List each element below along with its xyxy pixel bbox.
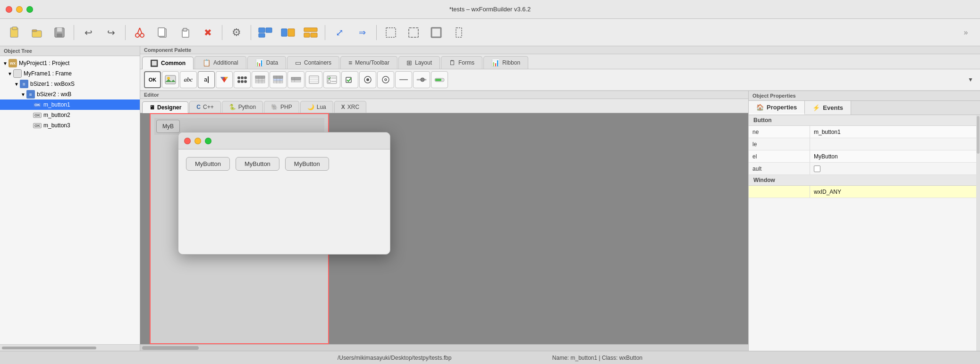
props-val-name[interactable]: m_button1 bbox=[810, 126, 980, 138]
default-checkbox[interactable] bbox=[814, 165, 820, 172]
settings-button[interactable]: ⚙ bbox=[226, 22, 247, 43]
tab-events[interactable]: ⚡ Events bbox=[805, 101, 851, 115]
delete-button[interactable]: ✖ bbox=[197, 22, 218, 43]
svg-point-32 bbox=[237, 76, 240, 79]
palette-checklistbox-icon[interactable] bbox=[323, 71, 340, 88]
dialog-button-1[interactable]: MyButton bbox=[186, 157, 230, 171]
props-val-id[interactable]: wxID_ANY bbox=[810, 186, 980, 198]
border-btn-1[interactable] bbox=[380, 22, 401, 43]
palette-static-text-icon[interactable]: abc bbox=[180, 71, 197, 88]
tree-item-sizer2[interactable]: ▼ ≡ bSizer2 : wxB bbox=[0, 89, 140, 99]
palette-more-dropdown[interactable]: ▼ bbox=[965, 71, 976, 88]
tab-additional[interactable]: 📋 Additional bbox=[194, 56, 246, 69]
palette-checkbox-icon[interactable] bbox=[341, 71, 358, 88]
border-btn-4[interactable] bbox=[448, 22, 469, 43]
title-bar: *tests – wxFormBuilder v3.6.2 bbox=[0, 0, 980, 19]
tab-properties[interactable]: 🏠 Properties bbox=[749, 101, 805, 115]
svg-rect-3 bbox=[32, 30, 37, 32]
tab-data[interactable]: 📊 Data bbox=[247, 56, 286, 69]
view-btn-2[interactable] bbox=[278, 22, 298, 43]
tab-cpp[interactable]: C C++ bbox=[189, 101, 220, 113]
tree-item-frame[interactable]: ▼ MyFrame1 : Frame bbox=[0, 68, 140, 79]
palette-listbox-icon[interactable] bbox=[305, 71, 322, 88]
palette-button-icon[interactable]: OK bbox=[144, 71, 161, 88]
props-val-default bbox=[810, 163, 980, 174]
editor-header: Editor bbox=[140, 91, 748, 99]
tree-arrow-frame: ▼ bbox=[7, 70, 13, 77]
tab-python[interactable]: 🐍 Python bbox=[222, 101, 263, 113]
sizer2-icon: ≡ bbox=[26, 90, 35, 99]
palette-slider-icon[interactable] bbox=[413, 71, 430, 88]
palette-radiobutton2-icon[interactable] bbox=[377, 71, 394, 88]
dialog-button-2[interactable]: MyButton bbox=[236, 157, 279, 171]
save-button[interactable] bbox=[49, 22, 70, 43]
dialog-maximize-button[interactable] bbox=[205, 138, 211, 144]
sizer2-label: bSizer2 : wxB bbox=[37, 91, 71, 98]
svg-rect-19 bbox=[288, 29, 295, 36]
palette-listctrl-icon[interactable] bbox=[252, 71, 269, 88]
containers-tab-icon: ▭ bbox=[295, 59, 301, 66]
cpp-tab-icon: C bbox=[196, 104, 201, 110]
palette-bitmap-button-icon[interactable] bbox=[162, 71, 179, 88]
svg-point-7 bbox=[135, 33, 139, 37]
tree-item-project[interactable]: ▼ wx MyProject1 : Project bbox=[0, 58, 140, 68]
more-button[interactable]: » bbox=[955, 22, 976, 43]
palette-staticline-icon[interactable] bbox=[395, 71, 412, 88]
php-tab-icon: 🐘 bbox=[271, 104, 278, 110]
svg-rect-15 bbox=[259, 28, 265, 33]
tab-layout[interactable]: ⊞ Layout bbox=[398, 56, 440, 69]
tree-item-btn1[interactable]: OK m_button1 bbox=[0, 99, 140, 110]
menu-tab-label: Menu/Toolbar bbox=[355, 59, 389, 66]
cut-button[interactable] bbox=[129, 22, 150, 43]
new-button[interactable] bbox=[4, 22, 25, 43]
palette-gauge-icon[interactable] bbox=[431, 71, 448, 88]
separator-3 bbox=[222, 25, 222, 40]
tab-xrc[interactable]: X XRC bbox=[334, 101, 366, 113]
php-tab-label: PHP bbox=[280, 104, 292, 110]
tab-designer[interactable]: 🖥 Designer bbox=[142, 101, 188, 113]
props-val-el[interactable]: MyButton bbox=[810, 150, 980, 162]
tree-item-btn3[interactable]: OK m_button3 bbox=[0, 120, 140, 131]
obj-tree-scrollbar[interactable] bbox=[2, 347, 96, 349]
palette-listctrl3-icon[interactable] bbox=[287, 71, 304, 88]
expand-btn[interactable]: ⤢ bbox=[329, 22, 350, 43]
tab-lua[interactable]: 🌙 Lua bbox=[300, 101, 333, 113]
floating-dialog: MyButton MyButton MyButton bbox=[178, 132, 390, 255]
minimize-button[interactable] bbox=[16, 6, 23, 13]
palette-radiobutton-icon[interactable] bbox=[359, 71, 376, 88]
dialog-close-button[interactable] bbox=[184, 138, 191, 144]
palette-combobox-icon[interactable] bbox=[234, 71, 251, 88]
palette-text-ctrl-icon[interactable]: a bbox=[198, 71, 215, 88]
tree-item-sizer1[interactable]: ▼ ≡ bSizer1 : wxBoxS bbox=[0, 79, 140, 89]
tab-containers[interactable]: ▭ Containers bbox=[287, 56, 339, 69]
editor-scrollbar[interactable] bbox=[142, 346, 199, 350]
paste-button[interactable] bbox=[175, 22, 195, 43]
additional-tab-label: Additional bbox=[213, 59, 238, 66]
copy-button[interactable] bbox=[152, 22, 173, 43]
palette-icons-row: OK abc a bbox=[140, 69, 980, 91]
undo-button[interactable]: ↩ bbox=[78, 22, 99, 43]
border-btn-3[interactable] bbox=[426, 22, 447, 43]
tab-forms[interactable]: 🗒 Forms bbox=[441, 56, 482, 69]
maximize-button[interactable] bbox=[26, 6, 33, 13]
palette-choice-icon[interactable] bbox=[216, 71, 233, 88]
props-val-label[interactable] bbox=[810, 138, 980, 150]
tab-ribbon[interactable]: 📊 Ribbon bbox=[483, 56, 528, 69]
status-bar-path: /Users/mikimasayuki/Desktop/testpy/tests… bbox=[338, 355, 451, 361]
tab-common[interactable]: 🔲 Common bbox=[142, 57, 194, 69]
open-button[interactable] bbox=[26, 22, 47, 43]
view-btn-3[interactable] bbox=[300, 22, 321, 43]
btn3-icon: OK bbox=[33, 121, 42, 130]
contract-btn[interactable]: ⇒ bbox=[352, 22, 372, 43]
border-btn-2[interactable] bbox=[403, 22, 424, 43]
view-btn-1[interactable] bbox=[255, 22, 276, 43]
dialog-button-3[interactable]: MyButton bbox=[285, 157, 329, 171]
tab-php[interactable]: 🐘 PHP bbox=[264, 101, 299, 113]
close-button[interactable] bbox=[6, 6, 12, 13]
redo-button[interactable]: ↪ bbox=[101, 22, 121, 43]
tree-item-btn2[interactable]: OK m_button2 bbox=[0, 110, 140, 120]
dialog-minimize-button[interactable] bbox=[194, 138, 201, 144]
palette-listctrl2-icon[interactable] bbox=[270, 71, 287, 88]
props-key-name: ne bbox=[749, 126, 810, 138]
tab-menu-toolbar[interactable]: ≡ Menu/Toolbar bbox=[340, 56, 397, 69]
